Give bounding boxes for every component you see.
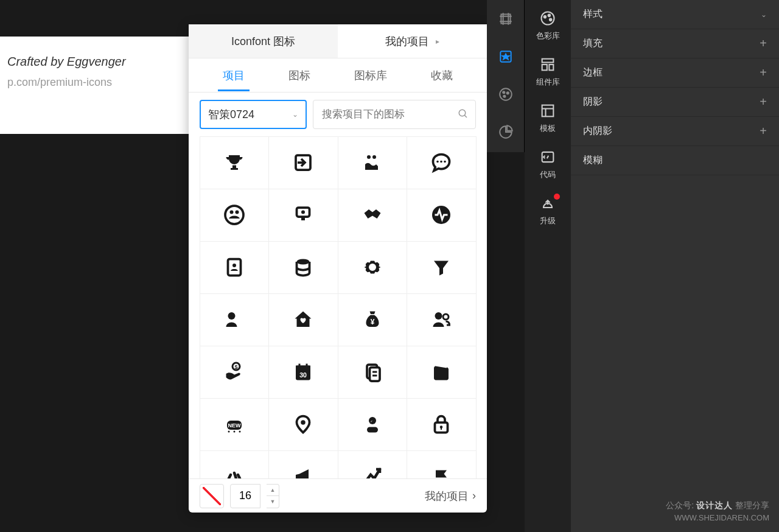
svg-point-6 [440, 161, 442, 163]
database-icon[interactable] [268, 241, 338, 294]
enter-icon[interactable] [268, 136, 338, 189]
sub-tabs: 项目 图标 图标库 收藏 [189, 58, 487, 93]
svg-point-7 [444, 161, 446, 163]
speaker-icon[interactable] [268, 189, 338, 242]
plus-icon[interactable]: + [760, 95, 767, 109]
wallet-icon[interactable] [407, 346, 477, 399]
stepper-up-icon[interactable]: ▲ [267, 485, 279, 497]
sidebar-template[interactable]: 模板 [525, 95, 571, 141]
plus-icon[interactable]: + [760, 37, 767, 51]
color-swatch[interactable] [200, 484, 224, 508]
subtab-favorite[interactable]: 收藏 [426, 60, 458, 91]
tab-my-project[interactable]: 我的项目 ▸ [338, 24, 487, 58]
svg-point-46 [544, 16, 547, 18]
handshake-icon[interactable] [338, 189, 408, 242]
calendar-icon[interactable]: 30 [268, 346, 338, 399]
search-row: 智策0724 ⌄ [189, 93, 487, 136]
prop-style-header[interactable]: 样式⌄ [571, 0, 779, 29]
sidebar-code[interactable]: 代码 [525, 141, 571, 187]
svg-point-48 [550, 19, 552, 21]
filter-icon[interactable] [407, 241, 477, 294]
svg-point-33 [301, 420, 306, 425]
footer-project-link[interactable]: 我的项目› [425, 489, 476, 503]
size-stepper[interactable]: ▲▼ [267, 484, 279, 508]
svg-point-45 [542, 12, 554, 25]
gear-icon[interactable] [338, 241, 408, 294]
sparkle-icon[interactable] [200, 450, 270, 479]
prop-shadow[interactable]: 阴影+ [571, 88, 779, 117]
svg-rect-24 [296, 366, 310, 371]
prop-fill[interactable]: 填充+ [571, 29, 779, 58]
user-list-icon[interactable] [200, 293, 270, 346]
svg-point-8 [225, 206, 243, 224]
star-tool-icon[interactable] [487, 38, 524, 75]
project-select[interactable]: 智策0724 ⌄ [200, 100, 307, 129]
chevron-down-icon: ⌄ [761, 10, 767, 19]
iconfont-panel: Iconfont 图标 我的项目 ▸ 项目 图标 图标库 收藏 智策0724 ⌄ [189, 24, 487, 513]
svg-point-4 [372, 155, 376, 159]
clipboard-icon[interactable] [338, 346, 408, 399]
frame-tool-icon[interactable] [487, 0, 524, 38]
home-heart-icon[interactable] [268, 293, 338, 346]
hand-heart-icon[interactable] [338, 136, 408, 189]
chart-tool-icon[interactable] [487, 113, 524, 151]
search-input[interactable] [313, 100, 476, 129]
svg-point-12 [301, 211, 305, 214]
chat-icon[interactable] [407, 136, 477, 189]
search-icon [458, 108, 469, 122]
sidebar-upgrade[interactable]: 升级 [525, 187, 571, 234]
size-input[interactable] [230, 484, 260, 508]
sidebar-palette[interactable]: 色彩库 [525, 2, 571, 49]
main-tabs: Iconfont 图标 我的项目 ▸ [189, 24, 487, 58]
subtab-library[interactable]: 图标库 [349, 60, 392, 91]
svg-point-17 [228, 312, 235, 320]
crafted-text: Crafted by Eggvenger [7, 55, 189, 69]
plus-icon[interactable]: + [760, 124, 767, 138]
hand-money-icon[interactable]: $ [200, 346, 270, 399]
contacts-icon[interactable] [200, 241, 270, 294]
svg-rect-52 [542, 105, 554, 117]
svg-point-16 [297, 259, 310, 265]
svg-point-10 [235, 211, 239, 214]
user-icon[interactable] [338, 398, 408, 451]
sidebar-components[interactable]: 组件库 [525, 49, 571, 95]
prop-inner-shadow[interactable]: 内阴影+ [571, 117, 779, 146]
plus-icon[interactable]: + [760, 66, 767, 80]
svg-rect-38 [441, 427, 442, 430]
svg-point-19 [435, 312, 442, 320]
tab-iconfont[interactable]: Iconfont 图标 [189, 24, 338, 58]
prop-blur[interactable]: 模糊 [571, 146, 779, 175]
svg-rect-35 [367, 427, 378, 433]
svg-rect-51 [549, 65, 553, 70]
trending-icon[interactable] [338, 450, 408, 479]
chevron-down-icon: ⌄ [292, 110, 298, 119]
money-bag-icon[interactable]: ¥ [338, 293, 408, 346]
group-icon[interactable] [200, 189, 270, 242]
svg-point-43 [506, 92, 508, 94]
svg-point-30 [228, 431, 229, 433]
trophy-icon[interactable] [200, 136, 270, 189]
lock-icon[interactable] [407, 398, 477, 451]
pulse-icon[interactable] [407, 189, 477, 242]
icon-grid: ¥ $ 30 NEW [189, 136, 487, 478]
svg-text:$: $ [234, 364, 237, 370]
subtab-icon[interactable]: 图标 [284, 60, 315, 91]
flag-icon[interactable] [407, 450, 477, 479]
svg-point-32 [239, 431, 240, 433]
location-icon[interactable] [268, 398, 338, 451]
badge-dot [554, 194, 560, 200]
megaphone-icon[interactable] [268, 450, 338, 479]
svg-point-0 [459, 110, 466, 116]
background-card: Crafted by Eggvenger p.com/premium-icons [0, 37, 189, 134]
svg-point-5 [436, 161, 439, 163]
subtab-project[interactable]: 项目 [218, 60, 250, 91]
side-toolbar: 色彩库 组件库 模板 代码 升级 [525, 0, 571, 532]
users-icon[interactable] [407, 293, 477, 346]
palette-tool-icon[interactable] [487, 75, 524, 113]
left-mini-toolbar [487, 0, 525, 152]
chevron-right-icon: ▸ [436, 37, 439, 46]
svg-point-15 [232, 264, 236, 267]
new-badge-icon[interactable]: NEW [200, 398, 270, 451]
stepper-down-icon[interactable]: ▼ [267, 496, 279, 508]
prop-border[interactable]: 边框+ [571, 58, 779, 88]
